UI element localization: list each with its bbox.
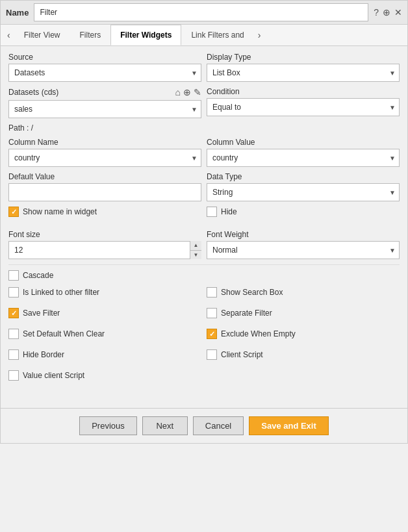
tab-right-arrow[interactable]: › <box>254 27 265 43</box>
title-icons: ? ⊕ ✕ <box>374 7 402 18</box>
data-type-select-wrap: String ▼ <box>207 183 400 201</box>
data-type-select[interactable]: String <box>207 183 400 201</box>
default-datatype-row: Default Value Data Type String ▼ <box>8 172 400 201</box>
main-window: Name ? ⊕ ✕ ‹ Filter View Filters Filter … <box>0 0 408 444</box>
save-filter-checkbox[interactable] <box>8 308 19 318</box>
column-name-col: Column Name country ▼ <box>8 138 201 167</box>
font-weight-label: Font Weight <box>207 230 400 239</box>
font-weight-select-wrap: Normal ▼ <box>207 241 400 259</box>
show-search-box-row: Show Search Box <box>207 287 400 298</box>
title-input-wrap <box>34 3 368 21</box>
set-default-label[interactable]: Set Default When Clear <box>23 329 105 338</box>
default-value-col: Default Value <box>8 172 201 201</box>
is-linked-label[interactable]: Is Linked to other filter <box>23 288 99 297</box>
source-label: Source <box>8 53 201 62</box>
hide-checkbox[interactable] <box>207 207 217 217</box>
source-col: Source Datasets ▼ <box>8 53 201 82</box>
font-weight-select[interactable]: Normal <box>207 241 400 259</box>
checkboxes-section: Is Linked to other filter Save Filter Se… <box>8 287 400 387</box>
tab-link-filters[interactable]: Link Filters and <box>181 25 253 45</box>
value-client-script-row: Value client Script <box>8 370 201 381</box>
separate-filter-checkbox[interactable] <box>207 308 217 318</box>
name-label: Name <box>6 8 29 18</box>
condition-col: Condition Equal to ▼ <box>207 87 400 118</box>
tab-filter-view[interactable]: Filter View <box>14 25 70 45</box>
tab-bar: ‹ Filter View Filters Filter Widgets Lin… <box>1 25 407 46</box>
cascade-label[interactable]: Cascade <box>23 271 53 280</box>
source-select[interactable]: Datasets <box>8 64 201 82</box>
path-row: Path : / <box>8 123 400 133</box>
show-name-label[interactable]: Show name in widget <box>23 207 97 216</box>
show-name-col: Show name in widget <box>8 207 201 223</box>
footer-buttons: Previous Next Cancel Save and Exit <box>1 408 407 443</box>
tab-left-arrow[interactable]: ‹ <box>3 27 14 43</box>
is-linked-checkbox[interactable] <box>8 287 19 298</box>
client-script-label[interactable]: Client Script <box>221 350 263 359</box>
show-name-checkbox[interactable] <box>8 207 19 217</box>
divider <box>8 264 400 265</box>
condition-select[interactable]: Equal to <box>207 98 400 116</box>
save-exit-button[interactable]: Save and Exit <box>249 416 329 435</box>
datasets-icons: ⌂ ⊕ ✎ <box>175 87 201 97</box>
cascade-checkbox[interactable] <box>8 270 19 281</box>
hide-border-label[interactable]: Hide Border <box>23 350 64 359</box>
condition-select-wrap: Equal to ▼ <box>207 98 400 116</box>
datasets-label: Datasets (cds) <box>8 88 173 97</box>
column-name-select[interactable]: country <box>8 149 201 167</box>
tab-filters[interactable]: Filters <box>70 25 110 45</box>
sales-select-wrap: sales ▼ <box>8 100 201 118</box>
close-icon[interactable]: ✕ <box>394 7 402 18</box>
hide-checkbox-row: Hide <box>207 207 400 217</box>
show-name-checkbox-row: Show name in widget <box>8 207 201 217</box>
save-filter-label[interactable]: Save Filter <box>23 309 60 318</box>
datasets-col: Datasets (cds) ⌂ ⊕ ✎ sales ▼ <box>8 87 201 118</box>
set-default-checkbox[interactable] <box>8 329 19 339</box>
edit-icon[interactable]: ✎ <box>194 87 201 97</box>
value-client-script-checkbox[interactable] <box>8 370 19 381</box>
source-display-row: Source Datasets ▼ Display Type List Box … <box>8 53 400 82</box>
show-search-box-checkbox[interactable] <box>207 287 217 298</box>
column-row: Column Name country ▼ Column Value count… <box>8 138 400 167</box>
font-size-down[interactable]: ▼ <box>190 251 201 260</box>
value-client-script-label[interactable]: Value client Script <box>23 371 84 380</box>
hide-border-checkbox[interactable] <box>8 349 19 360</box>
tab-filter-widgets[interactable]: Filter Widgets <box>110 25 181 45</box>
next-button[interactable]: Next <box>142 416 188 435</box>
client-script-row: Client Script <box>207 349 400 360</box>
checkboxes-right: Show Search Box Separate Filter Exclude … <box>207 287 400 387</box>
default-value-input[interactable] <box>8 183 201 201</box>
help-icon[interactable]: ? <box>374 7 379 18</box>
previous-button[interactable]: Previous <box>79 416 137 435</box>
home-icon[interactable]: ⌂ <box>175 87 181 97</box>
font-size-up[interactable]: ▲ <box>190 241 201 251</box>
hide-border-row: Hide Border <box>8 349 201 360</box>
default-value-label: Default Value <box>8 172 201 181</box>
show-search-box-label[interactable]: Show Search Box <box>221 288 283 297</box>
exclude-when-empty-checkbox[interactable] <box>207 329 217 339</box>
display-type-select[interactable]: List Box <box>207 64 400 82</box>
sales-select[interactable]: sales <box>8 100 201 118</box>
exclude-when-empty-row: Exclude When Empty <box>207 329 400 339</box>
pin-icon[interactable]: ⊕ <box>383 7 390 18</box>
show-hide-row: Show name in widget Hide <box>8 207 400 223</box>
add-icon[interactable]: ⊕ <box>183 87 191 97</box>
separate-filter-label[interactable]: Separate Filter <box>221 309 272 318</box>
client-script-checkbox[interactable] <box>207 349 217 360</box>
checkboxes-left: Is Linked to other filter Save Filter Se… <box>8 287 201 387</box>
hide-col: Hide <box>207 207 400 223</box>
datasets-row: Datasets (cds) ⌂ ⊕ ✎ <box>8 87 201 97</box>
font-size-input[interactable] <box>8 241 201 259</box>
filter-name-input[interactable] <box>34 3 368 21</box>
cancel-button[interactable]: Cancel <box>193 416 244 435</box>
font-size-col: Font size ▲ ▼ <box>8 230 201 259</box>
column-value-select[interactable]: country <box>207 149 400 167</box>
font-size-label: Font size <box>8 230 201 239</box>
column-name-select-wrap: country ▼ <box>8 149 201 167</box>
is-linked-row: Is Linked to other filter <box>8 287 201 298</box>
column-value-label: Column Value <box>207 138 400 147</box>
display-type-label: Display Type <box>207 53 400 62</box>
exclude-when-empty-label[interactable]: Exclude When Empty <box>221 329 296 338</box>
hide-label[interactable]: Hide <box>221 207 237 216</box>
cascade-row: Cascade <box>8 270 400 281</box>
separate-filter-row: Separate Filter <box>207 308 400 318</box>
